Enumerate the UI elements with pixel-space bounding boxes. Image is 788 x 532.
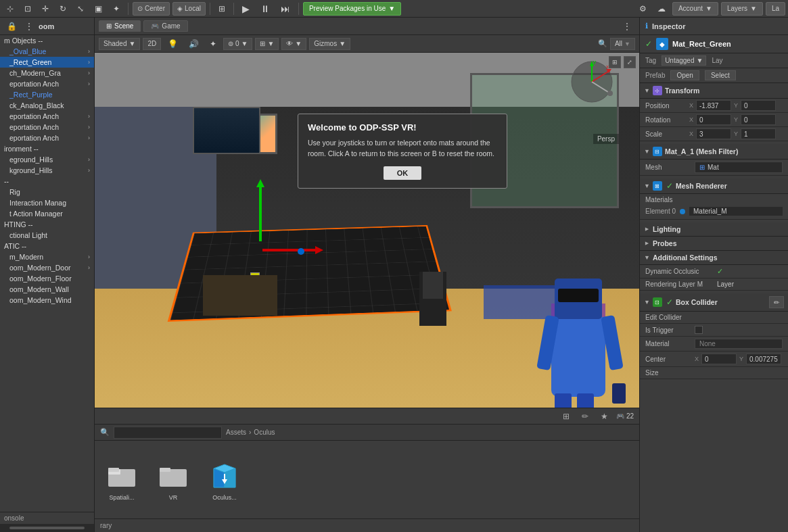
viewport-expand-btn[interactable]: ⤢ (624, 56, 636, 68)
popup-ok-btn[interactable]: OK (384, 166, 422, 180)
hierarchy-item[interactable]: t Action Manager (0, 208, 94, 219)
assets-panel: 🔍 Assets › Oculus (95, 424, 639, 518)
hierarchy-item[interactable]: ch_Modern_Gra › (0, 68, 94, 78)
move-tool-btn[interactable]: ✛ (38, 2, 53, 16)
hierarchy-scrollbar[interactable] (0, 524, 94, 532)
hierarchy-item[interactable]: -- (0, 176, 94, 187)
hierarchy-item[interactable]: oom_Modern_Door › (0, 262, 94, 273)
object-enabled-check[interactable]: ✓ (645, 39, 652, 49)
hierarchy-item[interactable]: ironment -- (0, 143, 94, 154)
hierarchy-item[interactable]: eportation Anch › (0, 132, 94, 143)
hierarchy-item[interactable]: ck_Analog_Black (0, 100, 94, 111)
hierarchy-item[interactable]: oom_Modern_Floor (0, 273, 94, 284)
center-x-input[interactable] (701, 354, 737, 364)
hierarchy-item[interactable]: eportation Anch › (0, 111, 94, 122)
scene-more-btn[interactable]: ⋮ (619, 20, 635, 33)
hierarchy-item[interactable]: Interaction Manag (0, 197, 94, 208)
is-trigger-checkbox[interactable] (695, 326, 703, 334)
scale-tool-btn[interactable]: ⤡ (73, 2, 88, 16)
light-btn[interactable]: 💡 (164, 37, 182, 51)
snap-btn[interactable]: ⊞ (214, 2, 229, 16)
box-collider-check[interactable]: ✓ (666, 297, 673, 307)
custom-tool-btn[interactable]: ✦ (109, 2, 124, 16)
hierarchy-item[interactable]: m Objects -- (0, 35, 94, 46)
mesh-renderer-section-header[interactable]: ▼ ⊠ ✓ Mesh Renderer (640, 178, 788, 194)
settings-btn[interactable]: ⚙ (635, 2, 651, 16)
select-prefab-btn[interactable]: Select (705, 70, 736, 80)
effects-btn[interactable]: ✦ (206, 37, 221, 51)
hand-tool-btn[interactable]: ⊹ (3, 2, 18, 16)
hierarchy-item[interactable]: ctional Light (0, 230, 94, 241)
tab-scene[interactable]: ⊞ Scene (99, 20, 141, 32)
asset-item-vr[interactable]: VR (153, 459, 193, 501)
shading-dropdown[interactable]: Shaded ▼ (99, 38, 140, 50)
lighting-section-header[interactable]: ▼ Lighting (640, 222, 788, 237)
hierarchy-item[interactable]: m_Modern › (0, 251, 94, 262)
rect-transform-btn[interactable]: ▣ (91, 2, 106, 16)
mesh-renderer-check[interactable]: ✓ (666, 181, 673, 191)
hierarchy-item[interactable]: oom_Modern_Wall (0, 284, 94, 295)
step-btn[interactable]: ⏭ (277, 2, 294, 16)
additional-settings-header[interactable]: ▼ Additional Settings (640, 251, 788, 265)
hierarchy-item[interactable]: oom_Modern_Wind (0, 295, 94, 306)
rotation-y-input[interactable] (741, 114, 776, 125)
dynamic-occlusion-check[interactable]: ✓ (717, 267, 723, 276)
viewport-lock-btn[interactable]: ⊞ (609, 56, 621, 68)
gizmos-dropdown[interactable]: Gizmos ▼ (309, 38, 350, 50)
snap-dropdown[interactable]: ⊞ ▼ (255, 38, 279, 50)
hierarchy-more-btn[interactable]: ⋮ (22, 20, 36, 33)
scene-paint-btn[interactable]: ✏ (578, 410, 593, 423)
overlay-dropdown[interactable]: ⊚ 0 ▼ (223, 38, 252, 50)
position-x-input[interactable] (696, 100, 731, 111)
center-y-input[interactable] (746, 354, 781, 364)
hierarchy-item[interactable]: eground_Hills › (0, 154, 94, 165)
scene-settings-btn[interactable]: ⊞ (559, 410, 574, 423)
scale-y-input[interactable] (741, 128, 776, 139)
assets-search-input[interactable] (114, 427, 222, 439)
edit-collider-btn[interactable]: ✏ (769, 296, 784, 308)
mesh-label: Mesh (645, 164, 689, 171)
edit-collider-row: Edit Collider (640, 312, 788, 324)
probes-section-header[interactable]: ▼ Probes (640, 237, 788, 251)
hierarchy-item[interactable]: kground_Hills › (0, 165, 94, 176)
open-prefab-btn[interactable]: Open (670, 70, 699, 80)
tab-game[interactable]: 🎮 Game (143, 20, 187, 32)
hierarchy-item[interactable]: _Oval_Blue › (0, 46, 94, 57)
extra-layers-btn[interactable]: La (766, 2, 785, 16)
visibility-dropdown[interactable]: 👁 ▼ (281, 38, 306, 50)
asset-item-spatiali[interactable]: Spatiali... (101, 459, 142, 501)
layers-btn[interactable]: Layers ▼ (721, 2, 763, 16)
rect-tool-btn[interactable]: ⊡ (20, 2, 35, 16)
hierarchy-item[interactable]: Rig (0, 187, 94, 197)
pause-btn[interactable]: ⏸ (256, 2, 274, 16)
mesh-renderer-title: Mesh Renderer (676, 182, 727, 190)
hierarchy-item-selected[interactable]: _Rect_Green › (0, 57, 94, 68)
rotate-tool-btn[interactable]: ↻ (55, 2, 70, 16)
asset-item-oculus[interactable]: Oculus... (204, 459, 245, 501)
hierarchy-item[interactable]: HTING -- (0, 219, 94, 230)
account-btn[interactable]: Account ▼ (672, 2, 718, 16)
hierarchy-item[interactable]: ATIC -- (0, 241, 94, 251)
transform-section-header[interactable]: ▼ ⊹ Transform (640, 83, 788, 99)
hierarchy-item[interactable]: eportation Anch › (0, 122, 94, 132)
box-collider-header[interactable]: ▼ ⊡ ✓ Box Collider ✏ (640, 293, 788, 312)
scene-star-btn[interactable]: ★ (597, 410, 612, 423)
audio-btn[interactable]: 🔊 (185, 37, 203, 51)
2d-btn[interactable]: 2D (143, 38, 161, 50)
cloud-btn[interactable]: ☁ (653, 2, 670, 16)
transform-space-btn[interactable]: ◈ Local (172, 2, 206, 16)
mesh-filter-section-header[interactable]: ▼ ⊟ Mat_A_1 (Mesh Filter) (640, 144, 788, 160)
hierarchy-item[interactable]: _Rect_Purple (0, 89, 94, 100)
transform-center-btn[interactable]: ⊙ Center (133, 2, 170, 16)
chevron-down-icon: ▼ (644, 183, 650, 189)
tag-dropdown[interactable]: Untagged ▼ (662, 55, 706, 66)
scale-x-input[interactable] (696, 128, 731, 139)
preview-packages-btn[interactable]: Preview Packages in Use ▼ (303, 2, 401, 16)
position-y-input[interactable] (741, 100, 776, 111)
hierarchy-lock-btn[interactable]: 🔒 (4, 20, 20, 33)
scale-row: Scale X Y (640, 127, 788, 141)
play-btn[interactable]: ▶ (238, 2, 254, 16)
search-input[interactable]: All ▼ (610, 38, 635, 50)
hierarchy-item[interactable]: eportation Anch › (0, 78, 94, 89)
rotation-x-input[interactable] (696, 114, 731, 125)
